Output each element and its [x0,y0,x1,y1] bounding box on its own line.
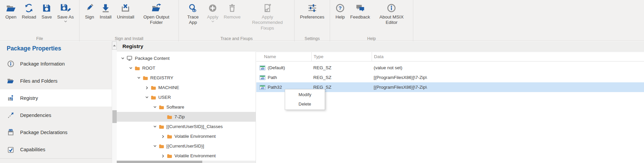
computer-icon [127,56,132,61]
uninstall-icon [121,2,130,13]
sidebar-item-label: Package Information [20,61,65,67]
context-menu: ModifyDelete [285,89,325,110]
string-value-icon: ab [260,66,265,70]
sidebar-item-package-information[interactable]: Package Information [0,55,112,72]
sidebar-item-registry[interactable]: Registry [0,89,112,107]
tree-item-label: Package Content [135,56,170,61]
context-menu-item-delete[interactable]: Delete [285,99,325,109]
tree-horizontal-scrollbar[interactable] [117,161,256,163]
ribbon-group-file: OpenReloadSaveSave AsFile [0,0,79,42]
string-value-icon: ab [260,85,265,90]
value-data-cell: [{ProgramFilesX86}]\7-Zip\ [372,85,644,90]
ribbon-button-preferences[interactable]: Preferences [297,2,327,20]
install-icon [101,2,110,13]
ribbon-button-label: Open Output Folder [140,14,173,26]
tree-item-registry[interactable]: REGISTRY [117,73,256,83]
scrollbar-thumb[interactable] [112,110,117,123]
ribbon-button-uninstall[interactable]: Uninstall [114,2,137,20]
sidebar-item-package-declarations[interactable]: Package Declarations [0,124,112,141]
trace-app-icon [188,2,198,13]
files-and-folders-icon [7,77,14,85]
column-header-name[interactable]: Name [256,52,311,61]
tree-item-label: 7-Zip [174,114,185,119]
scrollbar-up-button[interactable] [112,41,117,50]
ribbon-button-apply[interactable]: Apply [204,2,221,23]
context-menu-item-modify[interactable]: Modify [285,90,325,99]
string-value-icon: ab [260,75,265,80]
ribbon-button-remove[interactable]: Remove [221,2,243,20]
svg-text:ab: ab [261,86,264,89]
sidebar-item-files-and-folders[interactable]: Files and Folders [0,72,112,89]
ribbon-button-open[interactable]: Open [3,2,19,20]
registry-tree: Package ContentROOTREGISTRYMACHINEUSERSo… [117,52,256,163]
tree-item-label: [{CurrentUserSID}] [166,144,204,149]
ribbon-button-label: Save [42,14,52,20]
ribbon-button-reload[interactable]: Reload [19,2,39,20]
folder-icon [167,115,172,119]
ribbon-button-about-msix-editor[interactable]: About MSIX Editor [373,2,410,26]
ribbon-button-sign[interactable]: Sign [82,2,97,20]
tree-item-label: Volatile Environment [174,134,216,139]
chevron-right-icon[interactable] [160,154,166,158]
value-name-cell: ab(Default) [256,65,311,70]
ribbon-button-save-as[interactable]: Save As [55,2,77,23]
chevron-down-icon[interactable] [144,96,150,99]
tree-item-root[interactable]: ROOT [117,63,256,73]
save-as-icon [60,2,71,13]
chevron-down-icon[interactable] [152,145,158,148]
ribbon-button-feedback[interactable]: Feedback [347,2,373,20]
tree-item-7-zip[interactable]: 7-Zip [117,112,256,122]
registry-page-title: Registry [117,41,644,51]
table-row-default[interactable]: ab(Default)REG_SZ(value not set) [256,63,644,73]
sidebar-item-label: Registry [20,95,38,101]
reload-icon [24,2,34,13]
column-header-data[interactable]: Data [372,52,644,61]
tree-item-label: REGISTRY [150,75,173,80]
value-name: Path32 [268,85,282,90]
tree-hscroll-thumb[interactable] [117,161,202,163]
column-header-type[interactable]: Type [311,52,372,61]
ribbon-button-trace-app[interactable]: Trace App [181,2,204,26]
ribbon-group-settings: PreferencesSettings [294,0,330,42]
table-row-path[interactable]: abPathREG_SZ[{ProgramFilesX86}]\7-Zip\ [256,73,644,82]
save-icon [42,2,51,13]
sidebar-item-label: Capabilities [20,147,45,152]
chevron-down-icon[interactable] [152,125,158,128]
sidebar: Package Properties Package InformationFi… [0,41,112,163]
chevron-down-icon [211,21,214,23]
tree-item-volatile-environment[interactable]: Volatile Environment [117,131,256,141]
open-output-folder-icon [151,2,161,13]
ribbon-button-open-output-folder[interactable]: Open Output Folder [137,2,176,26]
tree-item-label: [{CurrentUserSID}]_Classes [166,124,223,129]
ribbon-button-save[interactable]: Save [39,2,55,20]
sidebar-item-dependencies[interactable]: Dependencies [0,107,112,124]
tree-item-label: MACHINE [158,85,179,90]
tree-item-currentusersid[interactable]: [{CurrentUserSID}] [117,141,256,151]
tree-item-package-content[interactable]: Package Content [117,53,256,63]
sidebar-scrollbar[interactable] [112,41,117,163]
folder-icon [159,105,164,109]
ribbon-button-label: Remove [224,14,240,20]
ribbon-button-install[interactable]: Install [97,2,114,20]
sidebar-item-capabilities[interactable]: Capabilities [0,141,112,158]
folder-icon [159,144,164,148]
chevron-right-icon[interactable] [144,86,150,89]
tree-item-currentusersid-classes[interactable]: [{CurrentUserSID}]_Classes [117,122,256,131]
about-msix-editor-icon [387,2,396,13]
chevron-right-icon[interactable] [160,135,166,138]
value-name: (Default) [268,65,285,70]
chevron-down-icon[interactable] [128,67,133,70]
chevron-down-icon[interactable] [136,76,142,79]
ribbon-group-label: File [0,36,79,41]
tree-item-user[interactable]: USER [117,92,256,102]
tree-item-software[interactable]: Software [117,102,256,112]
chevron-down-icon[interactable] [152,106,158,109]
value-name: Path [268,75,277,80]
ribbon-button-label: Reload [22,14,36,20]
chevron-down-icon[interactable] [120,57,125,60]
svg-text:?: ? [338,5,341,11]
tree-item-volatile-environment[interactable]: Volatile Environment [117,151,256,161]
ribbon-button-apply-recommended-fixups[interactable]: Apply Recommended Fixups [243,2,291,31]
ribbon-button-help[interactable]: ?Help [333,2,347,20]
tree-item-machine[interactable]: MACHINE [117,83,256,92]
